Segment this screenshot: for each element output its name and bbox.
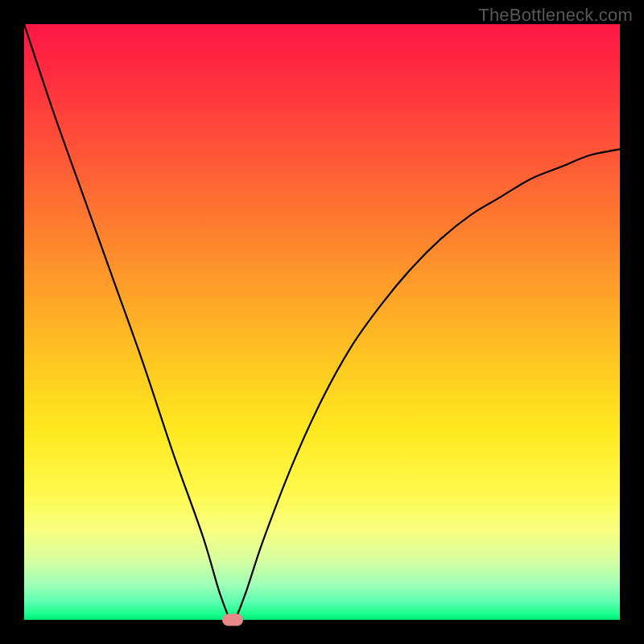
bottleneck-curve: [24, 24, 620, 620]
chart-container: TheBottleneck.com: [0, 0, 644, 644]
watermark-text: TheBottleneck.com: [478, 5, 633, 26]
plot-area: [24, 24, 620, 620]
curve-svg: [24, 24, 620, 620]
minimum-marker: [222, 614, 243, 626]
